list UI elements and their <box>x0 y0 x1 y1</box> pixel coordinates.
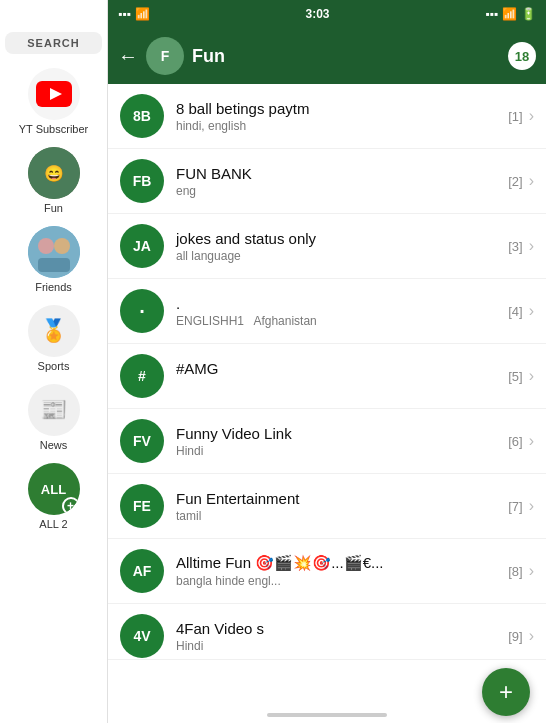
notification-badge: 18 <box>508 42 536 70</box>
svg-point-6 <box>54 238 70 254</box>
chevron-icon-3: › <box>529 302 534 320</box>
item-number-2: [3] <box>508 239 522 254</box>
chevron-icon-4: › <box>529 367 534 385</box>
item-avatar-fb: FB <box>120 159 164 203</box>
item-content-0: 8 ball betings paytm hindi, english <box>176 100 508 133</box>
chevron-icon-5: › <box>529 432 534 450</box>
item-avatar-hash: # <box>120 354 164 398</box>
sidebar-item-friends[interactable]: Friends <box>0 220 107 299</box>
friends-avatar <box>28 226 80 278</box>
sidebar-item-label-fun: Fun <box>44 202 63 214</box>
search-label: SEARCH <box>27 37 79 49</box>
item-name-7: Alltime Fun 🎯🎬💥🎯...🎬€... <box>176 554 508 572</box>
item-number-3: [4] <box>508 304 522 319</box>
chevron-icon-8: › <box>529 627 534 645</box>
item-sub-8: Hindi <box>176 639 508 653</box>
list-item[interactable]: # #AMG [5] › <box>108 344 546 409</box>
youtube-avatar <box>28 68 80 120</box>
item-content-2: jokes and status only all language <box>176 230 508 263</box>
list-item[interactable]: FE Fun Entertainment tamil [7] › <box>108 474 546 539</box>
item-avatar-dot: · <box>120 289 164 333</box>
signal-right-icon: ▪▪▪ <box>485 7 498 21</box>
item-name-5: Funny Video Link <box>176 425 508 442</box>
topbar-title: Fun <box>192 46 508 67</box>
sidebar-item-youtube[interactable]: YT Subscriber <box>0 62 107 141</box>
item-right-4: [5] › <box>508 367 534 385</box>
topbar: ← F Fun 18 <box>108 28 546 84</box>
news-avatar: 📰 <box>28 384 80 436</box>
item-content-5: Funny Video Link Hindi <box>176 425 508 458</box>
item-right-1: [2] › <box>508 172 534 190</box>
item-name-3: . <box>176 295 508 312</box>
sidebar-item-label-news: News <box>40 439 68 451</box>
status-bar: ▪▪▪ 📶 3:03 ▪▪▪ 📶 🔋 <box>108 0 546 28</box>
item-right-0: [1] › <box>508 107 534 125</box>
chevron-icon-7: › <box>529 562 534 580</box>
item-sub-6: tamil <box>176 509 508 523</box>
item-content-8: 4Fan Video s Hindi <box>176 620 508 653</box>
chevron-icon-0: › <box>529 107 534 125</box>
sidebar-item-label-all2: ALL 2 <box>39 518 67 530</box>
list-item[interactable]: · . ENGLISHH1 Afghanistan [4] › <box>108 279 546 344</box>
list-item[interactable]: 8B 8 ball betings paytm hindi, english [… <box>108 84 546 149</box>
item-sub-5: Hindi <box>176 444 508 458</box>
item-name-2: jokes and status only <box>176 230 508 247</box>
plus-badge: + <box>62 497 80 515</box>
item-content-4: #AMG <box>176 360 508 393</box>
search-button[interactable]: SEARCH <box>5 32 101 54</box>
item-right-8: [9] › <box>508 627 534 645</box>
item-number-5: [6] <box>508 434 522 449</box>
item-name-0: 8 ball betings paytm <box>176 100 508 117</box>
sidebar-item-label-youtube: YT Subscriber <box>19 123 89 135</box>
all2-avatar: ALL + <box>28 463 80 515</box>
item-name-6: Fun Entertainment <box>176 490 508 507</box>
svg-text:😄: 😄 <box>44 164 64 183</box>
item-avatar-fe: FE <box>120 484 164 528</box>
item-name-8: 4Fan Video s <box>176 620 508 637</box>
list-item[interactable]: FV Funny Video Link Hindi [6] › <box>108 409 546 474</box>
sidebar-item-all2[interactable]: ALL + ALL 2 <box>0 457 107 536</box>
topbar-avatar: F <box>146 37 184 75</box>
item-sub-1: eng <box>176 184 508 198</box>
sidebar-item-news[interactable]: 📰 News <box>0 378 107 457</box>
item-sub-4 <box>176 379 508 393</box>
item-content-7: Alltime Fun 🎯🎬💥🎯...🎬€... bangla hinde en… <box>176 554 508 588</box>
sidebar-item-fun[interactable]: 😄 Fun <box>0 141 107 220</box>
item-number-4: [5] <box>508 369 522 384</box>
item-number-7: [8] <box>508 564 522 579</box>
status-right: ▪▪▪ 📶 🔋 <box>485 7 536 21</box>
item-name-4: #AMG <box>176 360 508 377</box>
fun-avatar: 😄 <box>28 147 80 199</box>
list-item[interactable]: 4V 4Fan Video s Hindi [9] › <box>108 604 546 659</box>
wifi-icon: 📶 <box>135 7 150 21</box>
sidebar-item-label-sports: Sports <box>38 360 70 372</box>
item-name-1: FUN BANK <box>176 165 508 182</box>
item-sub-2: all language <box>176 249 508 263</box>
item-right-6: [7] › <box>508 497 534 515</box>
item-sub-3: ENGLISHH1 Afghanistan <box>176 314 508 328</box>
svg-rect-7 <box>38 258 70 272</box>
item-right-7: [8] › <box>508 562 534 580</box>
list-item[interactable]: FB FUN BANK eng [2] › <box>108 149 546 214</box>
item-right-2: [3] › <box>508 237 534 255</box>
list-item[interactable]: JA jokes and status only all language [3… <box>108 214 546 279</box>
group-list[interactable]: 8B 8 ball betings paytm hindi, english [… <box>108 84 546 659</box>
home-indicator <box>267 713 387 717</box>
item-right-3: [4] › <box>508 302 534 320</box>
chevron-icon-1: › <box>529 172 534 190</box>
sidebar-item-sports[interactable]: 🏅 Sports <box>0 299 107 378</box>
item-right-5: [6] › <box>508 432 534 450</box>
item-number-1: [2] <box>508 174 522 189</box>
item-number-6: [7] <box>508 499 522 514</box>
fab-icon: + <box>499 678 513 706</box>
sidebar-item-label-friends: Friends <box>35 281 72 293</box>
item-avatar-8b: 8B <box>120 94 164 138</box>
list-item[interactable]: AF Alltime Fun 🎯🎬💥🎯...🎬€... bangla hinde… <box>108 539 546 604</box>
back-button[interactable]: ← <box>118 45 138 68</box>
item-content-3: . ENGLISHH1 Afghanistan <box>176 295 508 328</box>
sports-avatar: 🏅 <box>28 305 80 357</box>
wifi-right-icon: 📶 <box>502 7 517 21</box>
item-avatar-4v: 4V <box>120 614 164 658</box>
bottom-bar: + <box>108 659 546 723</box>
fab-button[interactable]: + <box>482 668 530 716</box>
